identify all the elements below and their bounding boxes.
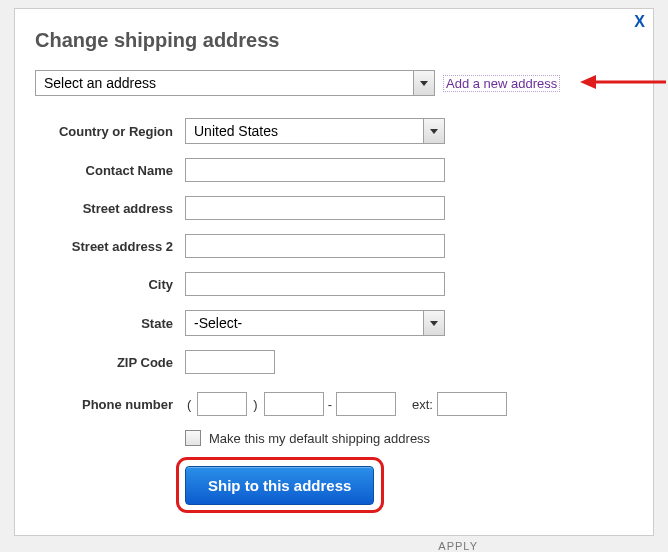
state-select[interactable]: -Select- (185, 310, 445, 336)
street2-label: Street address 2 (45, 239, 185, 254)
paren-open: ( (185, 397, 193, 412)
ship-to-address-button[interactable]: Ship to this address (185, 466, 374, 505)
default-address-row: Make this my default shipping address (185, 430, 633, 446)
address-form: Country or Region United States Contact … (45, 118, 633, 505)
phone-line-input[interactable] (336, 392, 396, 416)
default-address-label: Make this my default shipping address (209, 431, 430, 446)
phone-area-input[interactable] (197, 392, 247, 416)
street1-label: Street address (45, 201, 185, 216)
contact-name-label: Contact Name (45, 163, 185, 178)
apply-text: APPLY (438, 540, 478, 552)
change-shipping-modal: X Change shipping address Select an addr… (14, 8, 654, 536)
city-label: City (45, 277, 185, 292)
contact-name-input[interactable] (185, 158, 445, 182)
street2-input[interactable] (185, 234, 445, 258)
dash: - (328, 397, 332, 412)
modal-title: Change shipping address (35, 29, 633, 52)
address-select-row: Select an address Add a new address (35, 70, 633, 96)
address-select[interactable]: Select an address (35, 70, 435, 96)
ext-label: ext: (412, 397, 433, 412)
phone-label: Phone number (45, 397, 185, 412)
zip-input[interactable] (185, 350, 275, 374)
city-input[interactable] (185, 272, 445, 296)
state-label: State (45, 316, 185, 331)
phone-group: ( ) - ext: (185, 392, 507, 416)
country-select[interactable]: United States (185, 118, 445, 144)
submit-row: Ship to this address (185, 466, 633, 505)
country-label: Country or Region (45, 124, 185, 139)
zip-label: ZIP Code (45, 355, 185, 370)
phone-ext-input[interactable] (437, 392, 507, 416)
paren-close: ) (251, 397, 259, 412)
default-address-checkbox[interactable] (185, 430, 201, 446)
street1-input[interactable] (185, 196, 445, 220)
add-new-address-link[interactable]: Add a new address (443, 75, 560, 92)
phone-prefix-input[interactable] (264, 392, 324, 416)
close-icon[interactable]: X (634, 13, 645, 31)
